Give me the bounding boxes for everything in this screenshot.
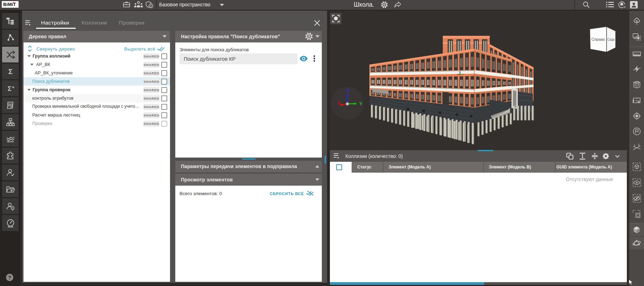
svg-text:Справа: Справа: [591, 37, 605, 41]
svg-text:Z: Z: [347, 87, 350, 93]
svg-text:1: 1: [634, 144, 635, 146]
svg-text:Y: Y: [359, 101, 362, 106]
svg-text:2D: 2D: [8, 103, 12, 107]
svg-text:X: X: [338, 101, 340, 106]
svg-text:+: +: [12, 85, 14, 90]
svg-text:Σ: Σ: [8, 67, 12, 75]
svg-text:Σ: Σ: [7, 85, 11, 92]
svg-text:2: 2: [638, 143, 639, 146]
svg-text:Сзади: Сзади: [608, 37, 615, 41]
